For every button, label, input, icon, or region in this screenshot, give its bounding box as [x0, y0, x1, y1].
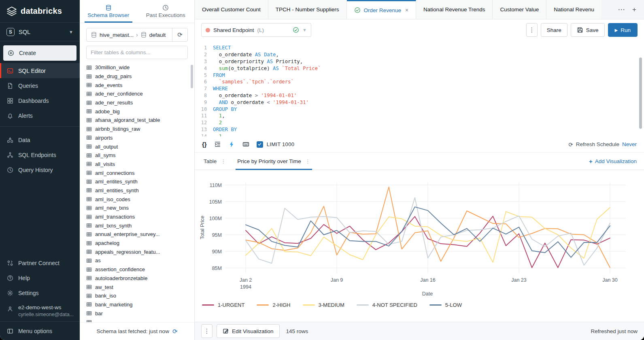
legend-item-1-urgent[interactable]: 1-URGENT	[202, 302, 244, 308]
sidebar-item-data[interactable]: Data	[0, 132, 80, 147]
table-list-item[interactable]: all_syms	[86, 151, 194, 160]
query-tab-national-revenu[interactable]: National Revenu	[546, 0, 601, 19]
table-list-item[interactable]: aml_transactions	[86, 212, 194, 221]
code-line[interactable]: 8 o_orderdate > '1994-01-01'	[195, 92, 644, 99]
table-list-item[interactable]: aml_new_txns	[86, 204, 194, 212]
sidebar-item-sql-endpoints[interactable]: SQL Endpoints	[0, 147, 80, 162]
code-line[interactable]: 11 1,	[195, 113, 644, 119]
table-list-item[interactable]: ade_events	[86, 81, 194, 89]
table-list-item[interactable]: 30million_wide	[86, 63, 194, 72]
legend-item-3-medium[interactable]: 3-MEDIUM	[303, 302, 344, 308]
code-line[interactable]: 14 1	[195, 133, 644, 136]
sidebar-item-queries[interactable]: Queries	[0, 78, 80, 93]
table-list-item[interactable]: ade_ner_results	[86, 98, 194, 107]
schema-name[interactable]: default	[149, 32, 166, 38]
query-tab-order-revenue[interactable]: Order Revenue×	[347, 0, 417, 19]
filter-tables-input[interactable]	[91, 49, 183, 55]
query-tab-customer-value[interactable]: Customer Value	[493, 0, 546, 19]
query-kebab-button[interactable]: ⋮	[526, 23, 538, 37]
sidebar-item-create[interactable]: Create	[3, 45, 77, 61]
close-icon[interactable]: ×	[405, 7, 408, 13]
refresh-icon[interactable]: ⟳	[172, 328, 178, 335]
databricks-logo[interactable]: databricks	[0, 0, 80, 23]
results-tab-price-by-priority-over-time[interactable]: Price by Priority over Time⋮	[236, 153, 312, 170]
code-line[interactable]: 1SELECT	[195, 45, 644, 51]
sidebar-item-dashboards[interactable]: Dashboards	[0, 93, 80, 108]
code-line[interactable]: 9 AND o_orderdate < '1994-01-31'	[195, 99, 644, 106]
table-list-item[interactable]: annual_enterprise_survey...	[86, 230, 194, 239]
indent-icon[interactable]	[214, 141, 221, 148]
refresh-schema-button[interactable]: ⟳	[172, 28, 187, 41]
format-braces-icon[interactable]: {}	[202, 141, 207, 148]
schema-scrollbar[interactable]	[191, 65, 193, 88]
sidebar-item-alerts[interactable]: Alerts	[0, 108, 80, 123]
table-list-item[interactable]: adobe_big	[86, 107, 194, 116]
table-list-item[interactable]: afsana_algorand_test_table	[86, 116, 194, 125]
refresh-schedule-value[interactable]: Never	[622, 141, 637, 147]
code-line[interactable]: 6 `samples`.`tpch`.`orders`	[195, 79, 644, 85]
endpoint-selector[interactable]: Shared Endpoint (L) ▼	[201, 23, 311, 37]
query-tab-national-revenue-trends[interactable]: National Revenue Trends	[416, 0, 493, 19]
menu-options-button[interactable]: Menu options	[0, 321, 80, 340]
code-line[interactable]: 13ORDER BY	[195, 126, 644, 133]
sidebar-item-partner-connect[interactable]: Partner Connect	[0, 255, 80, 270]
edit-visualization-button[interactable]: Edit Visualization	[217, 324, 280, 338]
table-list-item[interactable]: all_visits	[86, 160, 194, 169]
code-line[interactable]: 7WHERE	[195, 85, 644, 92]
sidebar-item-settings[interactable]: Settings	[0, 285, 80, 300]
table-list-item[interactable]: aw_test	[86, 283, 194, 291]
tab-past-executions[interactable]: Past Executions	[137, 0, 195, 23]
code-line[interactable]: 12 2	[195, 119, 644, 126]
sidebar-item-help[interactable]: Help	[0, 270, 80, 285]
run-button[interactable]: ▶ Run	[608, 23, 638, 37]
code-line[interactable]: 2 o_orderdate AS Date,	[195, 51, 644, 58]
table-list-item[interactable]: aml_entities_synth	[86, 186, 194, 195]
code-line[interactable]: 3 o_orderpriority AS Priority,	[195, 58, 644, 65]
table-list-item[interactable]: autoloaderbronzetable	[86, 274, 194, 283]
table-list-item[interactable]: aml_txns_synth	[86, 221, 194, 230]
share-button[interactable]: Share	[541, 23, 567, 37]
table-list-item[interactable]: bar	[86, 309, 194, 318]
legend-item-5-low[interactable]: 5-LOW	[429, 302, 462, 308]
table-list-item[interactable]: airports	[86, 134, 194, 142]
table-list-item[interactable]: all_output	[86, 142, 194, 151]
tab-schema-browser[interactable]: Schema Browser	[80, 0, 137, 23]
table-list-item[interactable]: airbnb_listings_raw	[86, 125, 194, 134]
table-list-item[interactable]: bank_iso	[86, 291, 194, 300]
sql-editor[interactable]: 1SELECT2 o_orderdate AS Date,3 o_orderpr…	[195, 40, 644, 136]
tab-kebab-icon[interactable]: ⋮	[221, 158, 226, 164]
code-line[interactable]: 5FROM	[195, 72, 644, 79]
keyboard-shortcuts-icon[interactable]	[242, 141, 249, 148]
table-list-item[interactable]: apachelog	[86, 239, 194, 248]
tab-kebab-icon[interactable]: ⋮	[305, 158, 310, 164]
legend-item-4-not specified[interactable]: 4-NOT SPECIFIED	[357, 302, 417, 308]
limit-1000-toggle[interactable]: LIMIT 1000	[257, 141, 295, 148]
table-list-item[interactable]: aml_iso_codes	[86, 195, 194, 204]
catalog-name[interactable]: hive_metast...	[100, 32, 134, 38]
code-line[interactable]: 4 sum(o_totalprice) AS `Total Price`	[195, 65, 644, 72]
new-tab-button[interactable]: +	[629, 4, 640, 16]
more-tabs-button[interactable]: ⋯	[616, 4, 627, 16]
editor-scrollbar[interactable]	[639, 57, 642, 129]
table-list-item[interactable]: assertion_confidence	[86, 265, 194, 274]
results-tab-table[interactable]: Table⋮	[202, 153, 227, 170]
table-list-item[interactable]: ade_ner_confidence	[86, 89, 194, 98]
add-visualization-button[interactable]: + Add Visualization	[589, 158, 637, 165]
limit-checkbox[interactable]	[257, 141, 263, 148]
user-account[interactable]: e2-demo-west-ws cyrielle.simeone@data...	[0, 301, 80, 321]
sidebar-item-query-history[interactable]: Query History	[0, 162, 80, 177]
sidebar-item-sql-editor[interactable]: SQL Editor	[0, 63, 80, 78]
workspace-persona-selector[interactable]: S SQL ▼	[0, 23, 80, 41]
table-list-item[interactable]: aml_entites_synth	[86, 177, 194, 186]
table-list-item[interactable]	[86, 318, 194, 322]
catalog-schema-selector[interactable]: hive_metast... › default	[87, 32, 172, 38]
table-list-item[interactable]: aml_connections	[86, 168, 194, 177]
results-kebab-button[interactable]: ⋮	[201, 324, 213, 338]
query-tab-tpch---number-suppliers[interactable]: TPCH - Number Suppliers	[268, 0, 347, 19]
table-list-item[interactable]: as	[86, 256, 194, 265]
query-tab-overall-customer-count[interactable]: Overall Customer Count	[195, 0, 268, 19]
lightning-icon[interactable]	[228, 141, 235, 148]
legend-item-2-high[interactable]: 2-HIGH	[257, 302, 290, 308]
table-list-item[interactable]: appeals_regression_featu...	[86, 247, 194, 256]
table-list-item[interactable]: ade_drug_pairs	[86, 72, 194, 81]
